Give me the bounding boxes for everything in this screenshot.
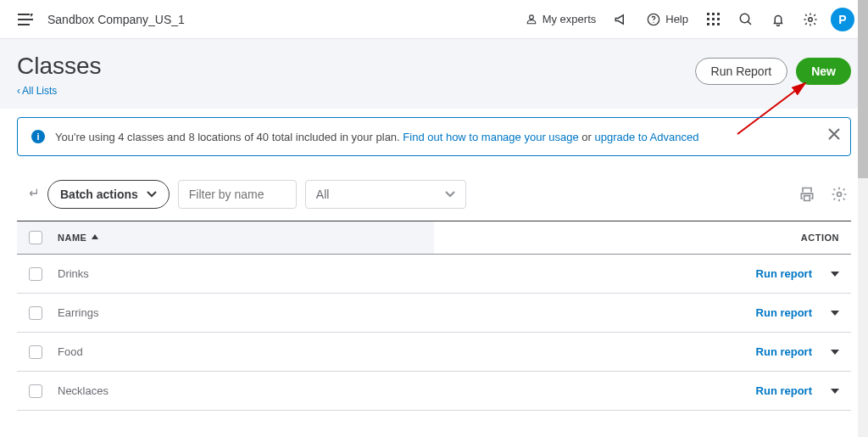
breadcrumb-label: All Lists [22, 85, 57, 97]
close-icon[interactable] [828, 128, 840, 143]
scrollbar-thumb[interactable] [858, 0, 868, 178]
row-action-dropdown[interactable] [824, 380, 846, 402]
apps-grid-icon[interactable] [702, 8, 726, 31]
svg-rect-5 [707, 18, 709, 20]
person-icon [526, 13, 537, 25]
row-checkbox[interactable] [29, 384, 42, 398]
my-experts-label: My experts [542, 13, 597, 25]
svg-rect-10 [717, 23, 720, 25]
print-icon[interactable] [795, 182, 819, 206]
help-label: Help [665, 13, 688, 25]
filter-by-name-input[interactable] [178, 180, 297, 209]
select-all-checkbox[interactable] [29, 231, 42, 244]
svg-rect-8 [707, 23, 709, 25]
alert-prefix: You're using 4 classes and 8 locations o… [55, 131, 403, 143]
row-run-report-link[interactable]: Run report [756, 345, 812, 358]
row-run-report-link[interactable]: Run report [756, 384, 812, 397]
return-icon [25, 186, 39, 204]
filter-select-value: All [316, 188, 330, 201]
row-checkbox[interactable] [29, 345, 42, 359]
table-row: DrinksRun report [17, 255, 851, 294]
column-name-label: NAME [58, 233, 86, 243]
usage-alert: i You're using 4 classes and 8 locations… [17, 117, 851, 156]
scrollbar[interactable] [858, 0, 868, 411]
row-name: Earrings [54, 306, 715, 319]
filter-select[interactable]: All [305, 180, 466, 209]
svg-point-12 [809, 17, 813, 21]
column-header-name[interactable]: NAME [54, 233, 715, 243]
table-row: EarringsRun report [17, 294, 851, 333]
sort-asc-icon [92, 234, 98, 241]
row-name: Necklaces [54, 384, 715, 397]
row-name: Food [54, 345, 715, 358]
svg-rect-3 [712, 13, 715, 15]
breadcrumb[interactable]: ‹ All Lists [17, 85, 102, 97]
svg-rect-9 [712, 23, 715, 25]
page-title: Classes [17, 53, 102, 80]
svg-point-1 [654, 21, 654, 22]
help-icon [647, 13, 660, 26]
new-button[interactable]: New [796, 58, 851, 85]
gear-icon[interactable] [827, 182, 851, 206]
svg-rect-2 [707, 13, 709, 15]
row-action-dropdown[interactable] [824, 302, 846, 324]
row-action-dropdown[interactable] [824, 263, 846, 285]
row-checkbox[interactable] [29, 267, 42, 281]
run-report-button[interactable]: Run Report [695, 58, 788, 85]
hamburger-menu-icon[interactable] [14, 8, 37, 31]
search-icon[interactable] [734, 8, 758, 31]
svg-point-14 [837, 193, 842, 197]
controls-row: Batch actions All [0, 156, 868, 221]
megaphone-icon[interactable] [609, 8, 633, 31]
my-experts-link[interactable]: My experts [520, 8, 602, 31]
row-action-dropdown[interactable] [824, 341, 846, 363]
alert-mid: or [579, 131, 595, 143]
row-checkbox[interactable] [29, 306, 42, 320]
classes-table: NAME ACTION DrinksRun reportEarringsRun … [17, 221, 851, 411]
chevron-down-icon [147, 191, 157, 198]
chevron-down-icon [445, 191, 455, 198]
table-row: FoodRun report [17, 333, 851, 372]
chevron-left-icon: ‹ [17, 85, 20, 97]
avatar[interactable]: P [831, 8, 854, 31]
company-name: Sandbox Company_US_1 [47, 13, 185, 26]
batch-actions-label: Batch actions [60, 188, 138, 201]
top-bar: Sandbox Company_US_1 My experts Help P [0, 0, 868, 39]
row-run-report-link[interactable]: Run report [756, 267, 812, 280]
row-name: Drinks [54, 267, 715, 280]
svg-rect-4 [717, 13, 720, 15]
bell-icon[interactable] [766, 8, 790, 31]
page-header: Classes ‹ All Lists Run Report New [0, 39, 868, 109]
svg-rect-7 [717, 18, 720, 20]
row-run-report-link[interactable]: Run report [756, 306, 812, 319]
batch-actions-button[interactable]: Batch actions [47, 180, 170, 209]
alert-text: You're using 4 classes and 8 locations o… [55, 131, 698, 143]
help-link[interactable]: Help [642, 8, 693, 31]
table-row: NecklacesRun report [17, 372, 851, 411]
table-header: NAME ACTION [17, 221, 851, 255]
column-header-action: ACTION [715, 233, 851, 243]
alert-upgrade-link[interactable]: upgrade to Advanced [595, 131, 699, 143]
info-icon: i [31, 130, 45, 143]
gear-icon[interactable] [798, 8, 822, 31]
svg-point-11 [740, 14, 749, 23]
alert-manage-usage-link[interactable]: Find out how to manage your usage [403, 131, 578, 143]
svg-rect-6 [712, 18, 715, 20]
